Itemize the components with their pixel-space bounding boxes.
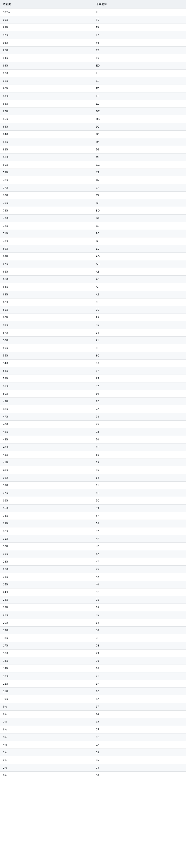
cell-hex: A1 bbox=[93, 291, 186, 299]
cell-opacity: 46% bbox=[0, 421, 93, 428]
cell-opacity: 82% bbox=[0, 146, 93, 154]
cell-hex: 9C bbox=[93, 306, 186, 314]
table-row: 93%ED bbox=[0, 62, 186, 69]
cell-opacity: 81% bbox=[0, 154, 93, 161]
cell-hex: 36 bbox=[93, 611, 186, 619]
table-row: 26%42 bbox=[0, 573, 186, 581]
table-row: 67%AB bbox=[0, 260, 186, 268]
table-row: 65%A6 bbox=[0, 276, 186, 283]
cell-opacity: 4% bbox=[0, 741, 93, 749]
cell-hex: 80 bbox=[93, 390, 186, 398]
cell-opacity: 87% bbox=[0, 108, 93, 115]
cell-opacity: 62% bbox=[0, 299, 93, 306]
cell-hex: 12 bbox=[93, 718, 186, 726]
table-row: 25%40 bbox=[0, 581, 186, 588]
cell-opacity: 47% bbox=[0, 413, 93, 421]
cell-hex: C7 bbox=[93, 176, 186, 184]
cell-hex: 45 bbox=[93, 566, 186, 573]
cell-hex: B0 bbox=[93, 245, 186, 253]
cell-hex: 57 bbox=[93, 512, 186, 520]
cell-hex: 94 bbox=[93, 329, 186, 337]
table-row: 11%1C bbox=[0, 688, 186, 695]
cell-opacity: 18% bbox=[0, 634, 93, 642]
table-row: 56%8F bbox=[0, 344, 186, 352]
cell-opacity: 31% bbox=[0, 535, 93, 543]
cell-hex: 33 bbox=[93, 619, 186, 627]
cell-opacity: 5% bbox=[0, 734, 93, 741]
cell-hex: 70 bbox=[93, 436, 186, 443]
table-row: 59%96 bbox=[0, 321, 186, 329]
table-row: 52%85 bbox=[0, 375, 186, 382]
cell-hex: 82 bbox=[93, 382, 186, 390]
table-row: 54%8A bbox=[0, 360, 186, 367]
table-row: 88%E0 bbox=[0, 100, 186, 108]
cell-opacity: 65% bbox=[0, 276, 93, 283]
table-row: 45%73 bbox=[0, 428, 186, 436]
cell-opacity: 24% bbox=[0, 588, 93, 596]
table-row: 16%29 bbox=[0, 650, 186, 657]
table-row: 38%61 bbox=[0, 482, 186, 489]
cell-opacity: 67% bbox=[0, 260, 93, 268]
table-row: 53%87 bbox=[0, 367, 186, 375]
table-row: 85%D9 bbox=[0, 123, 186, 131]
table-row: 61%9C bbox=[0, 306, 186, 314]
table-row: 69%B0 bbox=[0, 245, 186, 253]
cell-hex: 99 bbox=[93, 314, 186, 321]
table-row: 84%D6 bbox=[0, 131, 186, 138]
cell-opacity: 96% bbox=[0, 39, 93, 46]
table-row: 46%75 bbox=[0, 421, 186, 428]
cell-hex: AD bbox=[93, 253, 186, 260]
cell-hex: E3 bbox=[93, 92, 186, 100]
cell-opacity: 9% bbox=[0, 703, 93, 711]
cell-opacity: 89% bbox=[0, 92, 93, 100]
cell-opacity: 64% bbox=[0, 283, 93, 291]
cell-opacity: 12% bbox=[0, 680, 93, 688]
table-row: 37%5E bbox=[0, 489, 186, 497]
cell-opacity: 100% bbox=[0, 8, 93, 16]
table-row: 5%0D bbox=[0, 734, 186, 741]
cell-hex: B5 bbox=[93, 230, 186, 238]
cell-hex: 0F bbox=[93, 726, 186, 734]
cell-hex: 6E bbox=[93, 443, 186, 451]
cell-hex: 8A bbox=[93, 360, 186, 367]
cell-hex: 2E bbox=[93, 634, 186, 642]
table-row: 9%17 bbox=[0, 703, 186, 711]
cell-hex: D6 bbox=[93, 131, 186, 138]
cell-opacity: 30% bbox=[0, 543, 93, 550]
table-row: 51%82 bbox=[0, 382, 186, 390]
cell-hex: 66 bbox=[93, 466, 186, 474]
table-row: 19%30 bbox=[0, 627, 186, 634]
table-row: 55%8C bbox=[0, 352, 186, 360]
cell-opacity: 11% bbox=[0, 688, 93, 695]
cell-hex: DE bbox=[93, 108, 186, 115]
cell-opacity: 75% bbox=[0, 199, 93, 207]
table-row: 98%FA bbox=[0, 24, 186, 31]
cell-hex: 21 bbox=[93, 673, 186, 680]
cell-hex: 75 bbox=[93, 421, 186, 428]
table-row: 70%B3 bbox=[0, 238, 186, 245]
cell-opacity: 49% bbox=[0, 398, 93, 405]
cell-opacity: 29% bbox=[0, 550, 93, 558]
cell-opacity: 91% bbox=[0, 77, 93, 85]
cell-opacity: 88% bbox=[0, 100, 93, 108]
cell-opacity: 92% bbox=[0, 69, 93, 77]
cell-opacity: 21% bbox=[0, 611, 93, 619]
cell-hex: BF bbox=[93, 199, 186, 207]
cell-opacity: 0% bbox=[0, 772, 93, 779]
cell-opacity: 54% bbox=[0, 360, 93, 367]
cell-opacity: 14% bbox=[0, 665, 93, 673]
table-row: 66%A8 bbox=[0, 268, 186, 276]
table-row: 48%7A bbox=[0, 405, 186, 413]
cell-opacity: 79% bbox=[0, 169, 93, 176]
table-row: 73%BA bbox=[0, 215, 186, 222]
cell-opacity: 7% bbox=[0, 718, 93, 726]
cell-hex: 05 bbox=[93, 756, 186, 764]
cell-opacity: 15% bbox=[0, 657, 93, 665]
cell-opacity: 35% bbox=[0, 504, 93, 512]
cell-hex: 4F bbox=[93, 535, 186, 543]
cell-hex: A6 bbox=[93, 276, 186, 283]
cell-hex: 0A bbox=[93, 741, 186, 749]
cell-hex: ED bbox=[93, 62, 186, 69]
cell-hex: 6B bbox=[93, 451, 186, 459]
cell-hex: 14 bbox=[93, 711, 186, 718]
